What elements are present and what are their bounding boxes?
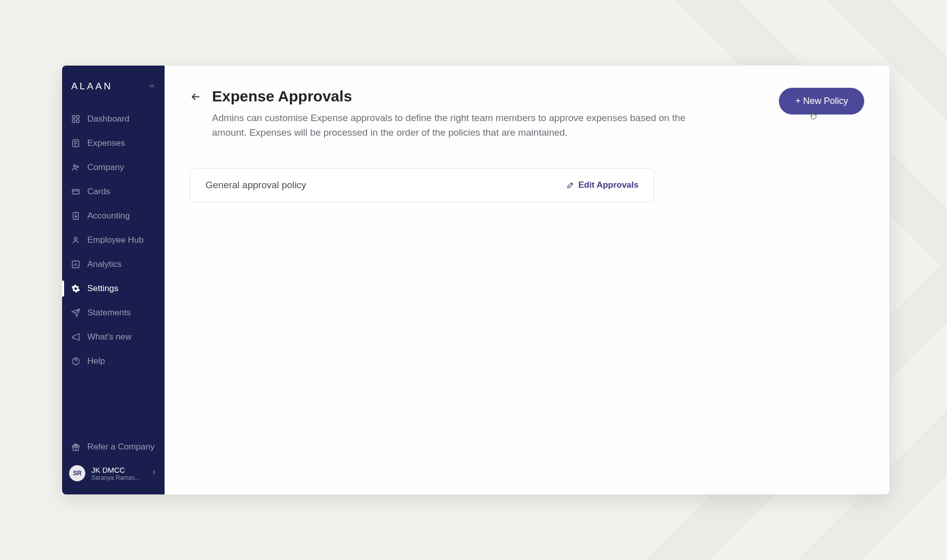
back-button[interactable] (190, 91, 202, 105)
brand-logo: ALAAN (71, 81, 113, 92)
settings-icon (71, 284, 80, 293)
sidebar-item-analytics[interactable]: Analytics (62, 252, 165, 276)
cards-icon (71, 187, 80, 196)
nav-label: Dashboard (87, 114, 129, 124)
sidebar-item-employee-hub[interactable]: Employee Hub (62, 228, 165, 252)
sidebar-nav: Dashboard Expenses Company Cards (62, 107, 165, 373)
sidebar-item-statements[interactable]: Statements (62, 301, 165, 325)
accounting-icon (71, 211, 80, 220)
company-icon (71, 163, 80, 172)
help-icon (71, 357, 80, 366)
dashboard-icon (71, 115, 80, 124)
title-block: Expense Approvals Admins can customise E… (212, 88, 707, 140)
nav-label: What's new (87, 332, 131, 342)
chevrons-left-icon (148, 82, 155, 89)
sidebar-item-expenses[interactable]: Expenses (62, 131, 165, 155)
nav-label: Refer a Company (87, 442, 154, 452)
sidebar-item-help[interactable]: Help (62, 349, 165, 373)
nav-label: Cards (87, 187, 110, 197)
sidebar: ALAAN Dashboard Expenses (62, 66, 165, 494)
edit-approvals-button[interactable]: Edit Approvals (566, 180, 639, 190)
analytics-icon (71, 260, 80, 269)
page-description: Admins can customise Expense approvals t… (212, 111, 697, 140)
svg-rect-0 (72, 116, 75, 118)
main-content: Expense Approvals Admins can customise E… (165, 66, 889, 494)
sidebar-item-dashboard[interactable]: Dashboard (62, 107, 165, 131)
statements-icon (71, 308, 80, 317)
gift-icon (71, 442, 80, 452)
account-switcher[interactable]: SR JK DMCC Saranya Ramas... (62, 459, 165, 487)
edit-label: Edit Approvals (578, 180, 639, 190)
account-company: JK DMCC (91, 466, 144, 474)
sidebar-item-refer[interactable]: Refer a Company (62, 435, 165, 459)
nav-label: Expenses (87, 138, 125, 148)
chevron-right-icon (150, 469, 157, 478)
app-window: ALAAN Dashboard Expenses (62, 66, 889, 494)
svg-rect-3 (77, 120, 79, 123)
svg-point-5 (74, 165, 76, 167)
nav-label: Employee Hub (87, 235, 144, 245)
employee-icon (71, 236, 80, 245)
nav-label: Help (87, 356, 105, 366)
edit-icon (566, 181, 574, 189)
page-title: Expense Approvals (212, 88, 707, 105)
account-text: JK DMCC Saranya Ramas... (91, 466, 144, 481)
expenses-icon (71, 139, 80, 148)
nav-label: Statements (87, 308, 131, 318)
nav-label: Accounting (87, 211, 130, 221)
svg-rect-7 (72, 190, 79, 194)
svg-point-9 (74, 237, 77, 240)
svg-rect-1 (77, 116, 79, 118)
account-user: Saranya Ramas... (91, 474, 144, 481)
page-header: Expense Approvals Admins can customise E… (190, 88, 864, 140)
nav-label: Settings (87, 284, 118, 294)
svg-point-6 (77, 166, 79, 168)
sidebar-item-settings[interactable]: Settings (62, 276, 165, 301)
policy-card: General approval policy Edit Approvals (190, 168, 654, 202)
nav-label: Company (87, 162, 124, 173)
sidebar-bottom: Refer a Company SR JK DMCC Saranya Ramas… (62, 435, 165, 494)
sidebar-collapse-button[interactable] (148, 82, 155, 91)
new-policy-button[interactable]: + New Policy (779, 88, 864, 115)
sidebar-header: ALAAN (62, 66, 165, 107)
nav-label: Analytics (87, 259, 122, 269)
policy-name: General approval policy (205, 180, 306, 191)
sidebar-item-accounting[interactable]: Accounting (62, 204, 165, 228)
whatsnew-icon (71, 332, 80, 342)
avatar: SR (69, 465, 85, 481)
svg-rect-2 (72, 120, 75, 123)
sidebar-item-whats-new[interactable]: What's new (62, 325, 165, 349)
sidebar-item-cards[interactable]: Cards (62, 180, 165, 204)
arrow-left-icon (190, 91, 202, 103)
sidebar-item-company[interactable]: Company (62, 155, 165, 180)
